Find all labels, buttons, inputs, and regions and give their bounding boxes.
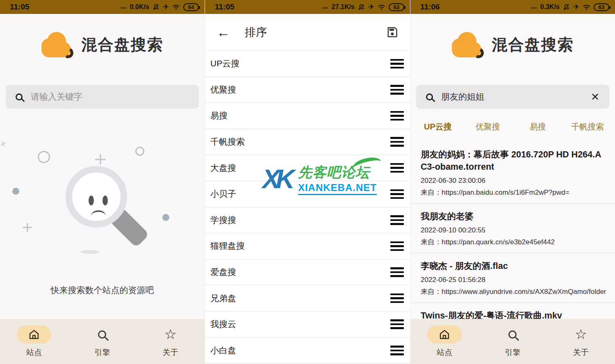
drag-handle-icon[interactable] bbox=[390, 215, 404, 225]
sort-list-item[interactable]: UP云搜 bbox=[205, 51, 410, 77]
drag-handle-icon[interactable] bbox=[390, 346, 404, 355]
nav-engines[interactable]: 引擎 bbox=[68, 319, 136, 364]
sort-list-item[interactable]: 兄弟盘 bbox=[205, 285, 410, 312]
site-name: 大盘搜 bbox=[210, 162, 236, 174]
wifi-icon bbox=[378, 4, 385, 10]
clear-search-icon[interactable]: ✕ bbox=[591, 92, 599, 102]
nav-engines[interactable]: 引擎 bbox=[478, 319, 547, 364]
result-source: 来自：https://pan.baidu.com/s/1i6Fm2wP?pwd= bbox=[421, 188, 606, 197]
drag-handle-icon[interactable] bbox=[390, 163, 404, 173]
page-title: 排序 bbox=[245, 25, 267, 40]
battery-icon: 64 bbox=[183, 3, 199, 11]
search-input[interactable] bbox=[31, 92, 189, 102]
result-date: 2022-09-10 00:20:55 bbox=[421, 226, 606, 234]
sort-list-item[interactable]: 优聚搜 bbox=[205, 77, 410, 103]
site-name: 我搜云 bbox=[210, 318, 236, 330]
site-name: 优聚搜 bbox=[210, 84, 236, 96]
home-screen: 11:05 ••• 0.0K/s ✈ 64 混合盘搜索 ✕ 快来搜索数个站点的资… bbox=[0, 0, 205, 364]
airplane-mode-icon: ✈ bbox=[163, 3, 169, 11]
app-header: 混合盘搜索 bbox=[0, 14, 205, 75]
sort-list-item[interactable]: 大盘搜 bbox=[205, 155, 410, 181]
cloud-logo-icon bbox=[41, 32, 73, 57]
star-icon: ☆ bbox=[164, 328, 177, 341]
cloud-logo-icon bbox=[452, 32, 483, 57]
result-date: 2022-06-25 01:56:28 bbox=[421, 276, 606, 284]
empty-hint: 快来搜索数个站点的资源吧 bbox=[0, 284, 205, 296]
sort-list-item[interactable]: 学搜搜 bbox=[205, 207, 410, 234]
drag-handle-icon[interactable] bbox=[390, 189, 404, 199]
search-result-item[interactable]: 我朋友的老婆 2022-09-10 00:20:55 来自：https://pa… bbox=[410, 204, 615, 253]
search-icon bbox=[98, 330, 106, 339]
network-speed: 0.3K/s bbox=[540, 3, 560, 11]
engine-tabs: UP云搜 优聚搜 易搜 千帆搜索 bbox=[413, 121, 613, 132]
result-source: 来自：https://www.aliyundrive.com/s/AX8ZwXm… bbox=[421, 287, 606, 296]
results-list: 朋友的妈妈：幕后故事 2016.720P HD H264.AC3-obame.t… bbox=[410, 142, 615, 340]
app-header: 混合盘搜索 bbox=[410, 14, 615, 75]
bottom-nav: 站点 引擎 ☆ 关于 bbox=[0, 319, 205, 364]
drag-handle-icon[interactable] bbox=[390, 319, 404, 329]
nav-sites[interactable]: 站点 bbox=[0, 319, 68, 364]
search-result-item[interactable]: 朋友的妈妈：幕后故事 2016.720P HD H264.AC3-obame.t… bbox=[410, 142, 615, 204]
sort-list-item[interactable]: 易搜 bbox=[205, 103, 410, 129]
home-icon bbox=[28, 329, 40, 340]
result-source: 来自：https://pan.quark.cn/s/e3b2e45ef442 bbox=[421, 237, 606, 247]
site-name: 学搜搜 bbox=[210, 214, 236, 226]
tab-qianfan[interactable]: 千帆搜索 bbox=[563, 121, 613, 132]
floppy-disk-icon bbox=[386, 26, 399, 39]
battery-icon: 63 bbox=[594, 3, 609, 11]
tab-youjusou[interactable]: 优聚搜 bbox=[463, 121, 513, 132]
drag-handle-icon[interactable] bbox=[390, 85, 404, 95]
sort-screen: 11:05 ••• 27.1K/s ✈ 63 ← 排序 UP云搜 优聚搜 易搜 … bbox=[205, 0, 410, 364]
sort-list-item[interactable]: 千帆搜索 bbox=[205, 129, 410, 155]
sort-list-item[interactable]: 小白盘 bbox=[205, 338, 410, 364]
result-title: 李晓杰 - 朋友的酒.flac bbox=[421, 260, 606, 272]
nav-label: 引擎 bbox=[505, 347, 520, 358]
sort-list-item[interactable]: 爱盘搜 bbox=[205, 259, 410, 286]
drag-handle-icon[interactable] bbox=[390, 267, 404, 277]
empty-state-illustration: ✕ bbox=[0, 139, 205, 275]
sort-list: UP云搜 优聚搜 易搜 千帆搜索 大盘搜 小贝子 学搜搜 猫狸盘搜 爱盘搜 兄弟… bbox=[205, 51, 410, 364]
network-speed: 27.1K/s bbox=[332, 3, 355, 11]
search-input[interactable] bbox=[441, 92, 583, 102]
illustration-shadow bbox=[80, 250, 99, 254]
wifi-icon bbox=[172, 4, 180, 10]
drag-handle-icon[interactable] bbox=[390, 59, 404, 69]
bell-muted-icon bbox=[358, 4, 365, 11]
star-icon: ☆ bbox=[575, 328, 587, 341]
app-title: 混合盘搜索 bbox=[82, 34, 164, 55]
x-shape: ✕ bbox=[0, 139, 7, 150]
battery-icon: 63 bbox=[389, 3, 404, 11]
network-activity-icon: ••• bbox=[121, 5, 127, 10]
site-name: 千帆搜索 bbox=[210, 136, 245, 148]
nav-label: 站点 bbox=[437, 347, 452, 358]
drag-handle-icon[interactable] bbox=[390, 111, 404, 121]
bell-muted-icon bbox=[153, 4, 159, 11]
site-name: 小白盘 bbox=[210, 345, 236, 356]
status-bar: 11:05 ••• 27.1K/s ✈ 63 bbox=[205, 0, 410, 14]
bottom-nav: 站点 引擎 ☆ 关于 bbox=[410, 319, 615, 364]
search-bar[interactable] bbox=[6, 85, 199, 109]
drag-handle-icon[interactable] bbox=[390, 241, 404, 251]
sort-list-item[interactable]: 小贝子 bbox=[205, 181, 410, 207]
search-bar[interactable]: ✕ bbox=[416, 85, 609, 109]
search-result-item[interactable]: 李晓杰 - 朋友的酒.flac 2022-06-25 01:56:28 来自：h… bbox=[410, 253, 615, 303]
sort-header: ← 排序 bbox=[205, 14, 410, 51]
tab-upyunsou[interactable]: UP云搜 bbox=[413, 121, 463, 132]
nav-sites[interactable]: 站点 bbox=[410, 319, 478, 364]
nav-about[interactable]: ☆ 关于 bbox=[137, 319, 205, 364]
back-button[interactable]: ← bbox=[216, 25, 230, 39]
nav-about[interactable]: ☆ 关于 bbox=[547, 319, 615, 364]
network-speed: 0.0K/s bbox=[130, 3, 149, 11]
tab-yisou[interactable]: 易搜 bbox=[513, 121, 563, 132]
status-bar: 11:06 ••• 0.3K/s ✈ 63 bbox=[410, 0, 615, 14]
status-bar: 11:05 ••• 0.0K/s ✈ 64 bbox=[0, 0, 205, 14]
drag-handle-icon[interactable] bbox=[390, 293, 404, 303]
save-button[interactable] bbox=[386, 26, 399, 39]
drag-handle-icon[interactable] bbox=[390, 137, 404, 147]
sort-list-item[interactable]: 猫狸盘搜 bbox=[205, 233, 410, 259]
result-title: 朋友的妈妈：幕后故事 2016.720P HD H264.AC3-obame.t… bbox=[421, 148, 606, 173]
airplane-mode-icon: ✈ bbox=[573, 3, 579, 11]
search-icon bbox=[426, 93, 433, 100]
sort-list-item[interactable]: 我搜云 bbox=[205, 312, 410, 338]
magnifier-glass-face bbox=[66, 166, 127, 228]
